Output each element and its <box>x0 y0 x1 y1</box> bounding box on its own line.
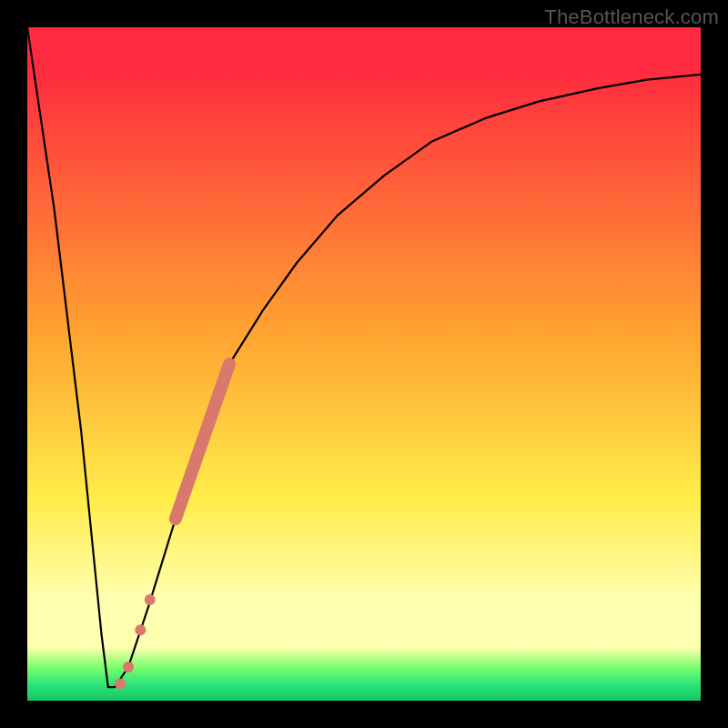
marker-dot <box>145 594 156 605</box>
marker-dot <box>123 662 134 672</box>
plot-area <box>27 27 701 701</box>
marker-dot <box>115 679 126 690</box>
chart-frame: TheBottleneck.com <box>0 0 728 728</box>
marker-dots <box>115 594 156 690</box>
marker-dot <box>135 624 146 635</box>
watermark-text: TheBottleneck.com <box>544 5 719 29</box>
curve-svg <box>27 27 701 701</box>
bottleneck-curve <box>27 27 701 687</box>
marker-segment <box>176 364 229 519</box>
